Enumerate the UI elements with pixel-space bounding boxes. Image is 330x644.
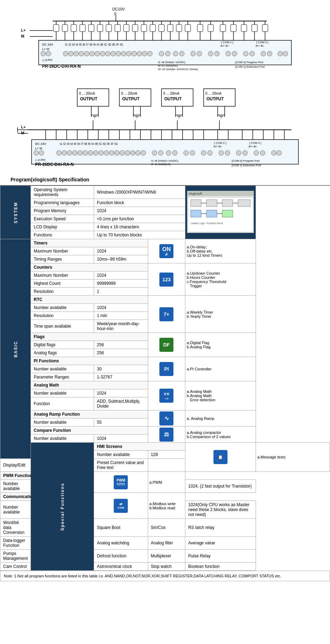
bottom-col1-3: Pumps Management	[0, 550, 31, 563]
counters-max-label: Maximum Number	[31, 271, 94, 280]
hmi-notes: a.Message texts	[256, 443, 330, 472]
svg-rect-225	[238, 200, 250, 207]
hmi-display-value: Preset Current value and Free text	[94, 459, 148, 472]
svg-point-80	[179, 51, 184, 56]
rtc-number-label: Number available	[31, 304, 94, 312]
analog-ramp-group-label: Analog Ramp Function	[31, 410, 148, 418]
counters-max-value: 1024	[94, 271, 148, 280]
svg-text:I1  I2  I3  I4  I5  I6  I7  I8: I1 I2 I3 I4 I5 I6 I7 I8 I9 IA IB IC ID I…	[60, 142, 118, 146]
pi-number-label: Number available	[31, 365, 94, 373]
svg-point-77	[159, 51, 164, 56]
svg-text:0 ... 20mA: 0 ... 20mA	[121, 92, 137, 95]
hmi-number-label: Number available	[94, 451, 148, 459]
pi-header-row: PI Functions PI a.PI Controller	[0, 357, 330, 365]
prog-lang-value: Function block	[94, 199, 185, 207]
bottom-col1-2: Data-logger Function	[0, 537, 31, 550]
analog-ramp-notes: a. Analog Ramp	[185, 410, 256, 427]
svg-point-67	[100, 51, 105, 56]
pi-icon-cell: PI	[148, 357, 185, 381]
svg-point-71	[121, 51, 126, 56]
analog-ramp-header-row: Analog Ramp Function ∿ a. Analog Ramp	[0, 410, 330, 418]
svg-text:PR-26DC-DAI-RA-N: PR-26DC-DAI-RA-N	[35, 162, 74, 167]
page-title: Program(xlogicsoft) Specification	[0, 174, 330, 186]
svg-text:A/+  B/-: A/+ B/-	[220, 44, 229, 47]
hmi-icon-cell: 📋	[185, 443, 256, 472]
svg-rect-46	[185, 25, 191, 32]
timers-notes: a.On-delay;b.Off-delay etc.Up to 12 kind…	[185, 239, 256, 263]
analog-math-icon: +× −÷	[159, 389, 173, 403]
svg-rect-33	[71, 25, 77, 32]
svg-text:OUTPUT: OUTPUT	[122, 96, 140, 101]
system-row-5: LCD Display 4 lines x 16 characters	[0, 223, 330, 231]
svg-text:0 ... 20mA: 0 ... 20mA	[163, 92, 179, 95]
svg-point-92	[283, 51, 288, 56]
analog-math-group-label: Analog Math	[31, 381, 148, 389]
svg-point-72	[126, 51, 131, 56]
analog-flags-label: Analog flags	[31, 349, 94, 357]
counters-header-row: Counters 123 a.Up/down Counterb.Hours Co…	[0, 263, 330, 271]
svg-text:I1  I2  I3  I4  I5  I6  I7  I8: I1 I2 I3 I4 I5 I6 I7 I8 I9 IA IB IC ID I…	[65, 43, 123, 46]
svg-point-193	[158, 150, 163, 155]
svg-rect-49	[220, 25, 226, 32]
system-row-4: Execution Speed <0.1ms per function	[0, 215, 330, 223]
svg-point-187	[120, 150, 125, 155]
svg-text:[COM 1] Extension Port: [COM 1] Extension Port	[235, 65, 265, 68]
counters-highest-value: 99999999	[94, 280, 148, 288]
pi-param-value: 1-32767	[94, 373, 148, 381]
analog-math-icon-cell: +× −÷	[148, 381, 185, 410]
svg-rect-51	[241, 25, 247, 32]
svg-point-206	[271, 150, 276, 155]
timers-range-value: 10ms--99 h59m	[94, 255, 148, 263]
svg-rect-34	[80, 25, 85, 32]
pwm-icon: PWM ⊓⊓⊓	[114, 475, 128, 489]
os-label: Operating System requirements	[31, 186, 94, 199]
svg-rect-40	[132, 25, 138, 32]
rtc-res-value: 1 min	[94, 312, 148, 320]
counters-res-label: Resolution	[31, 288, 94, 296]
bottom-col4-2: Average value	[185, 537, 256, 550]
timers-max-value: 1024	[94, 247, 148, 255]
svg-point-189	[130, 150, 135, 155]
rtc-timespan-value: Week/year-month-day-hour-min	[94, 320, 148, 333]
system-row-6: Functions Up to 70 function blocks	[0, 231, 330, 239]
prog-mem-label: Program Memory	[31, 207, 94, 215]
timers-range-label: Timing Ranges	[31, 255, 94, 263]
svg-text:PR-26DC-DAI-RA-N: PR-26DC-DAI-RA-N	[42, 64, 81, 69]
analog-ramp-icon-cell: ∿	[148, 410, 185, 427]
comm-notes: a.Modbus writeb.Modbus read	[148, 493, 185, 519]
svg-rect-224	[222, 200, 233, 207]
svg-point-199	[207, 150, 212, 155]
svg-text:OUTPUT: OUTPUT	[80, 96, 98, 101]
exec-speed-label: Execution Speed	[31, 215, 94, 223]
pi-notes: a.PI Controller	[185, 357, 256, 381]
svg-text:I1~I8 DI/AI(0~10VDC): I1~I8 DI/AI(0~10VDC)	[151, 159, 179, 162]
flags-notes: a.Digital Flagb.Analog Flag	[185, 333, 256, 357]
rtc-res-label: Resolution	[31, 312, 94, 320]
functions-label: Functions	[31, 231, 94, 239]
svg-text:A/+  B/-: A/+ B/-	[213, 145, 222, 148]
bottom-col4-1: RS latch relay	[185, 519, 256, 537]
svg-point-76	[147, 51, 152, 56]
svg-point-201	[225, 150, 230, 155]
svg-point-60	[63, 51, 68, 56]
bottom-col3-4: Stop watch	[148, 563, 185, 571]
svg-rect-53	[262, 25, 268, 32]
pwm-icon-cell: PWM ⊓⊓⊓	[94, 472, 148, 493]
svg-point-204	[254, 150, 259, 155]
svg-point-85	[226, 51, 231, 56]
os-value: Windows /2000/XP/WIN7/WIN8	[94, 186, 185, 199]
compare-notes: a.Analog compactorb.Comparison of 2 valu…	[185, 427, 256, 443]
pwm-notes: a.PWM	[148, 472, 185, 493]
hmi-icon: 📋	[213, 450, 227, 464]
system-section-label: SYSTEM	[0, 186, 31, 239]
note-text: Note: 1.Not all program functions are li…	[4, 574, 281, 578]
counters-icon: 123	[159, 273, 173, 287]
svg-point-181	[88, 150, 93, 155]
analog-math-func-label: Function	[31, 397, 94, 410]
svg-point-179	[78, 150, 82, 155]
bottom-col1-4: Cam Control	[0, 563, 31, 571]
analog-ramp-icon: ∿	[159, 411, 173, 425]
svg-point-182	[93, 150, 98, 155]
svg-point-177	[67, 150, 72, 155]
software-screenshot: xlogicsoft	[187, 191, 254, 233]
